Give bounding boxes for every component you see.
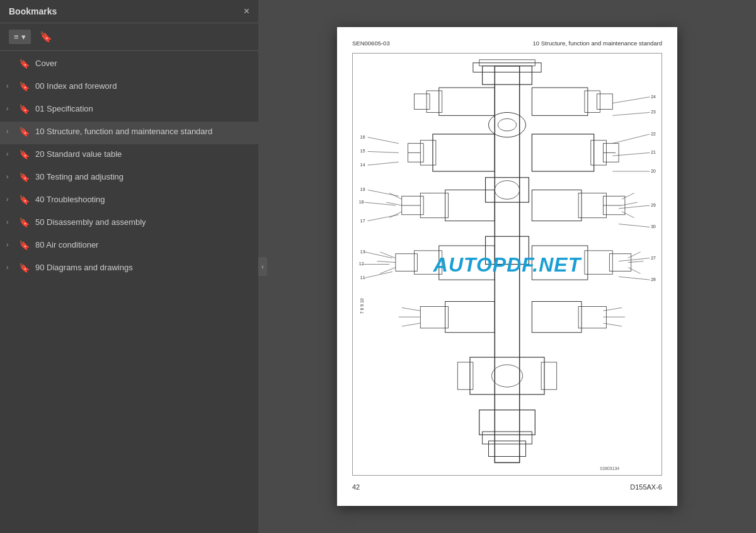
pdf-header-right: 10 Structure, function and maintenance s… (533, 40, 662, 47)
svg-line-53 (402, 323, 421, 326)
svg-rect-14 (532, 134, 593, 171)
chevron-placeholder (6, 59, 16, 60)
chevron-icon-01: › (6, 105, 16, 112)
chevron-icon-20: › (6, 150, 16, 158)
svg-line-45 (628, 252, 641, 258)
chevron-icon-50: › (6, 218, 16, 226)
svg-line-80 (368, 162, 399, 165)
svg-line-24 (389, 193, 402, 199)
svg-line-25 (386, 202, 402, 205)
pdf-page: SEN00605-03 10 Structure, function and m… (337, 27, 677, 506)
close-button[interactable]: × (244, 6, 249, 16)
svg-text:19: 19 (360, 187, 365, 192)
svg-text:14: 14 (360, 163, 365, 167)
bookmark-item-50[interactable]: › 🔖 50 Disassembly and assembly (0, 212, 258, 235)
bookmark-label-90: 90 Diagrams and drawings (35, 262, 249, 273)
svg-rect-65 (488, 441, 525, 457)
bookmark-item-80[interactable]: › 🔖 80 Air conditioner (0, 235, 258, 258)
bookmark-icon-20: 🔖 (19, 149, 30, 159)
pdf-doc-id: D155AX-6 (630, 483, 662, 491)
svg-rect-28 (578, 193, 606, 217)
svg-rect-9 (597, 94, 613, 110)
bookmark-label-00: 00 Index and foreword (35, 81, 249, 92)
pdf-header: SEN00605-03 10 Structure, function and m… (352, 40, 662, 47)
bookmark-label-10: 10 Structure, function and maintenance s… (35, 126, 249, 137)
chevron-icon-80: › (6, 241, 16, 248)
chevron-icon-10: › (6, 127, 16, 135)
bookmarks-sidebar: Bookmarks × ≡ ▾ 🔖 🔖 Cover › 🔖 00 Index a… (0, 0, 258, 533)
svg-rect-54 (532, 302, 581, 333)
svg-text:30: 30 (651, 224, 656, 229)
bookmark-label-20: 20 Standard value table (35, 149, 249, 160)
svg-line-78 (368, 137, 399, 144)
svg-line-32 (622, 202, 638, 205)
svg-text:11: 11 (360, 275, 365, 280)
bookmark-icon-cover: 🔖 (19, 59, 30, 69)
svg-line-83 (365, 272, 392, 278)
bookmark-item-30[interactable]: › 🔖 30 Testing and adjusting (0, 167, 258, 190)
svg-rect-60 (457, 362, 473, 389)
svg-line-47 (628, 267, 641, 273)
svg-text:21: 21 (651, 150, 656, 154)
bookmark-add-button[interactable]: 🔖 (36, 28, 56, 45)
svg-rect-11 (420, 140, 436, 165)
svg-point-62 (491, 365, 522, 387)
bookmark-item-20[interactable]: › 🔖 20 Standard value table (0, 144, 258, 167)
sidebar-title: Bookmarks (9, 6, 57, 16)
svg-line-51 (402, 307, 421, 311)
bookmark-icon-40: 🔖 (19, 195, 30, 205)
svg-line-40 (377, 261, 396, 263)
svg-text:20: 20 (651, 169, 656, 173)
svg-text:13: 13 (360, 249, 365, 254)
collapse-sidebar-button[interactable]: ‹ (258, 257, 267, 276)
svg-line-68 (612, 134, 650, 144)
list-icon: ≡ (14, 32, 19, 42)
svg-rect-43 (585, 251, 612, 274)
pdf-viewer-area: SEN00605-03 10 Structure, function and m… (258, 0, 756, 533)
bookmark-item-40[interactable]: › 🔖 40 Troubleshooting (0, 190, 258, 212)
bookmark-icon-00: 🔖 (19, 81, 30, 91)
svg-line-76 (365, 202, 396, 205)
bookmark-item-01[interactable]: › 🔖 01 Specification (0, 99, 258, 122)
bookmark-item-10[interactable]: › 🔖 10 Structure, function and maintenan… (0, 122, 258, 144)
chevron-icon-30: › (6, 173, 16, 180)
svg-line-72 (619, 224, 650, 227)
svg-text:24: 24 (651, 95, 656, 99)
svg-rect-63 (479, 410, 536, 435)
svg-rect-64 (483, 432, 532, 444)
bookmark-item-cover[interactable]: 🔖 Cover (0, 54, 258, 76)
svg-line-58 (603, 323, 622, 326)
svg-rect-61 (541, 362, 557, 389)
sidebar-toolbar: ≡ ▾ 🔖 (0, 23, 258, 51)
chevron-icon-40: › (6, 195, 16, 203)
svg-rect-27 (532, 190, 581, 221)
svg-rect-7 (532, 88, 588, 115)
svg-line-56 (603, 307, 622, 311)
dropdown-arrow-icon: ▾ (21, 32, 26, 42)
pdf-page-number: 42 (352, 483, 360, 491)
svg-rect-4 (439, 88, 495, 115)
bookmark-item-90[interactable]: › 🔖 90 Diagrams and drawings (0, 258, 258, 280)
svg-text:28: 28 (651, 277, 656, 282)
svg-rect-21 (420, 193, 448, 217)
pdf-diagram: 24 23 22 21 20 29 30 27 28 19 18 17 16 1… (352, 53, 662, 476)
svg-text:7 8 9 10: 7 8 9 10 (360, 298, 364, 314)
bookmark-list: 🔖 Cover › 🔖 00 Index and foreword › 🔖 01… (0, 51, 258, 533)
svg-point-18 (488, 112, 525, 137)
list-view-button[interactable]: ≡ ▾ (9, 30, 31, 44)
svg-rect-49 (445, 302, 495, 333)
svg-text:22: 22 (651, 132, 656, 136)
svg-text:16: 16 (360, 135, 365, 139)
diagram-svg: 24 23 22 21 20 29 30 27 28 19 18 17 16 1… (353, 54, 662, 475)
chevron-icon-90: › (6, 263, 16, 271)
svg-rect-48 (486, 236, 529, 264)
svg-rect-36 (439, 246, 495, 280)
svg-text:15: 15 (360, 149, 365, 153)
bookmark-icon: 🔖 (40, 32, 52, 42)
svg-line-79 (368, 151, 399, 152)
bookmark-item-00[interactable]: › 🔖 00 Index and foreword (0, 76, 258, 99)
svg-text:23: 23 (651, 110, 656, 114)
svg-text:12: 12 (359, 261, 364, 266)
bookmark-label-80: 80 Air conditioner (35, 239, 249, 251)
chevron-icon-00: › (6, 82, 16, 89)
